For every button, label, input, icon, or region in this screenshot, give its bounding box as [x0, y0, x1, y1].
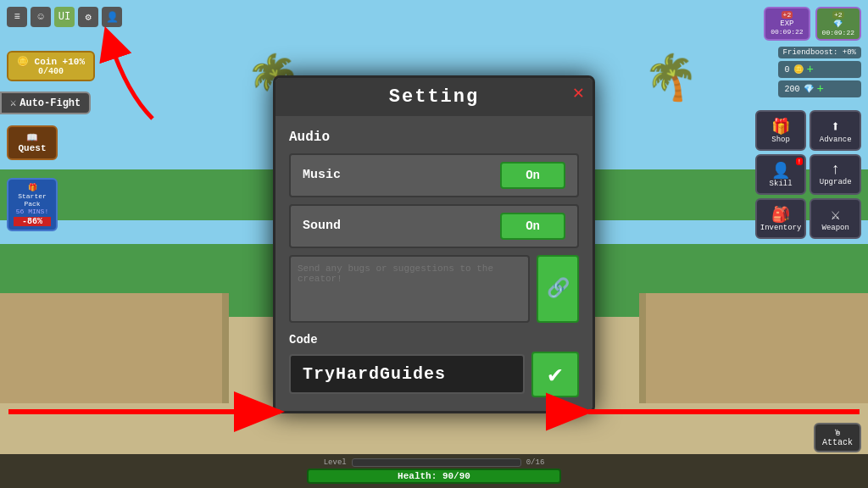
link-icon: 🔗	[547, 277, 570, 300]
modal-title-bar: Setting	[275, 78, 593, 116]
suggestion-textarea[interactable]	[289, 255, 530, 323]
suggestion-submit-button[interactable]: 🔗	[537, 255, 579, 323]
settings-modal: Setting ✕ Audio Music On Sound On �	[273, 75, 595, 413]
music-toggle-button[interactable]: On	[500, 162, 565, 189]
code-row: ✔	[289, 352, 579, 397]
code-submit-button[interactable]: ✔	[531, 352, 579, 397]
code-input-field[interactable]	[289, 354, 525, 394]
music-label: Music	[303, 168, 341, 182]
suggestion-area: 🔗	[289, 255, 579, 323]
code-section-label: Code	[289, 333, 579, 347]
modal-title: Setting	[389, 86, 479, 108]
modal-overlay: Setting ✕ Audio Music On Sound On �	[0, 0, 868, 488]
checkmark-icon: ✔	[548, 360, 563, 389]
modal-body: Audio Music On Sound On 🔗 Code	[275, 116, 593, 411]
sound-setting-row: Sound On	[289, 204, 579, 248]
sound-label: Sound	[303, 219, 341, 233]
music-setting-row: Music On	[289, 153, 579, 197]
sound-toggle-button[interactable]: On	[500, 213, 565, 240]
audio-section-label: Audio	[289, 130, 579, 145]
close-button[interactable]: ✕	[573, 85, 584, 103]
